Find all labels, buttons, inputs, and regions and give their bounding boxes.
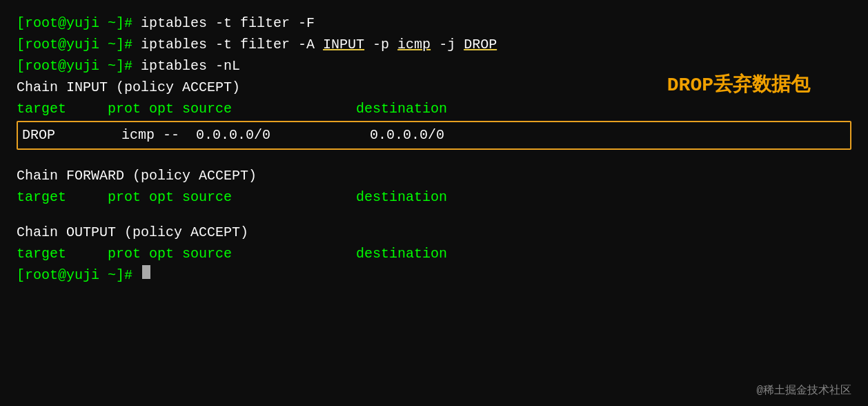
chain-output-section: Chain OUTPUT (policy ACCEPT): [17, 222, 851, 243]
header-line-2: target prot opt source destination: [17, 186, 851, 208]
command-text-3: iptables -nL: [141, 55, 240, 77]
watermark: @稀土掘金技术社区: [756, 383, 851, 398]
command-j: -j: [431, 34, 464, 55]
terminal-window: [root@yuji ~]# iptables -t filter -F [ro…: [0, 0, 868, 406]
command-mid-2: -p: [364, 34, 397, 55]
header-text-3: target prot opt source destination: [17, 243, 447, 264]
chain-forward-section: Chain FORWARD (policy ACCEPT): [17, 165, 851, 186]
command-drop-highlight: DROP: [464, 34, 497, 55]
chain-input-section: Chain INPUT (policy ACCEPT) DROP丢弃数据包: [17, 77, 851, 98]
blank-2: [17, 208, 851, 222]
prompt-2: [root@yuji ~]#: [17, 34, 141, 55]
prompt-3: [root@yuji ~]#: [17, 55, 141, 77]
command-line-1: [root@yuji ~]# iptables -t filter -F: [17, 12, 851, 34]
command-pre-2: iptables -t filter -A: [141, 34, 323, 55]
header-line-1: target prot opt source destination: [17, 98, 851, 119]
header-text-2: target prot opt source destination: [17, 186, 447, 208]
drop-annotation: DROP丢弃数据包: [667, 71, 810, 97]
last-prompt-line: [root@yuji ~]#: [17, 264, 851, 286]
header-text-1: target prot opt source destination: [17, 98, 447, 119]
last-prompt: [root@yuji ~]#: [17, 264, 141, 286]
command-input-highlight: INPUT: [323, 34, 364, 55]
chain-forward-line: Chain FORWARD (policy ACCEPT): [17, 165, 257, 186]
cursor: [142, 265, 150, 279]
blank-1: [17, 151, 851, 165]
drop-row: DROP icmp -- 0.0.0.0/0 0.0.0.0/0: [17, 121, 851, 150]
prompt-1: [root@yuji ~]#: [17, 12, 141, 34]
drop-row-wrapper: DROP icmp -- 0.0.0.0/0 0.0.0.0/0: [17, 121, 851, 150]
command-text-1: iptables -t filter -F: [141, 12, 315, 34]
command-line-2: [root@yuji ~]# iptables -t filter -A INP…: [17, 34, 851, 55]
header-line-3: target prot opt source destination: [17, 243, 851, 264]
chain-output-line: Chain OUTPUT (policy ACCEPT): [17, 222, 248, 243]
chain-input-line: Chain INPUT (policy ACCEPT): [17, 77, 240, 98]
command-icmp-highlight: icmp: [397, 34, 431, 55]
